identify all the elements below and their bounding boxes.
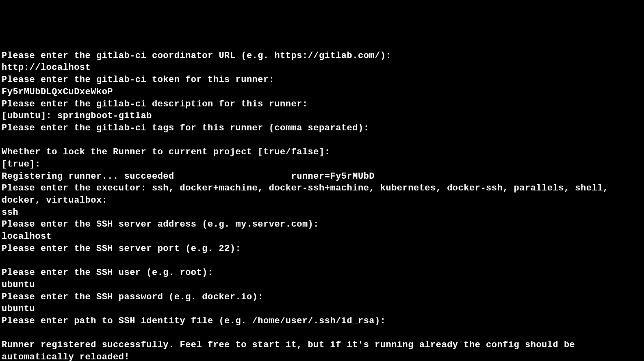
terminal-line: Please enter the executor: ssh, docker+m… [2, 183, 614, 205]
terminal-output: Please enter the gitlab-ci coordinator U… [2, 50, 642, 361]
terminal-line: Runner registered successfully. Feel fre… [2, 340, 581, 361]
terminal-line: Whether to lock the Runner to current pr… [2, 147, 330, 157]
terminal-line: Please enter the gitlab-ci token for thi… [2, 75, 274, 85]
terminal-line: [true]: [2, 159, 41, 169]
terminal-line: Please enter the gitlab-ci tags for this… [2, 123, 369, 133]
terminal-line: ubuntu [2, 280, 35, 290]
terminal-line: http://localhost [2, 63, 91, 73]
terminal-line: localhost [2, 231, 52, 242]
terminal-line: Please enter the gitlab-ci coordinator U… [2, 51, 391, 61]
terminal-line: Fy5rMUbDLQxCuDxeWkoP [2, 87, 113, 97]
terminal-line: Registering runner... succeeded runner=F… [2, 171, 375, 182]
terminal-line: Please enter the SSH server address (e.g… [2, 219, 319, 229]
terminal-line: Please enter the SSH user (e.g. root): [2, 268, 213, 278]
terminal-line: Please enter path to SSH identity file (… [2, 316, 386, 326]
terminal-line: [ubuntu]: springboot-gitlab [2, 111, 152, 121]
terminal-line: Please enter the gitlab-ci description f… [2, 99, 308, 109]
terminal-line: Please enter the SSH password (e.g. dock… [2, 292, 263, 302]
terminal-line: ubuntu [2, 304, 35, 314]
terminal-line: ssh [2, 208, 18, 218]
terminal-line: Please enter the SSH server port (e.g. 2… [2, 244, 241, 254]
